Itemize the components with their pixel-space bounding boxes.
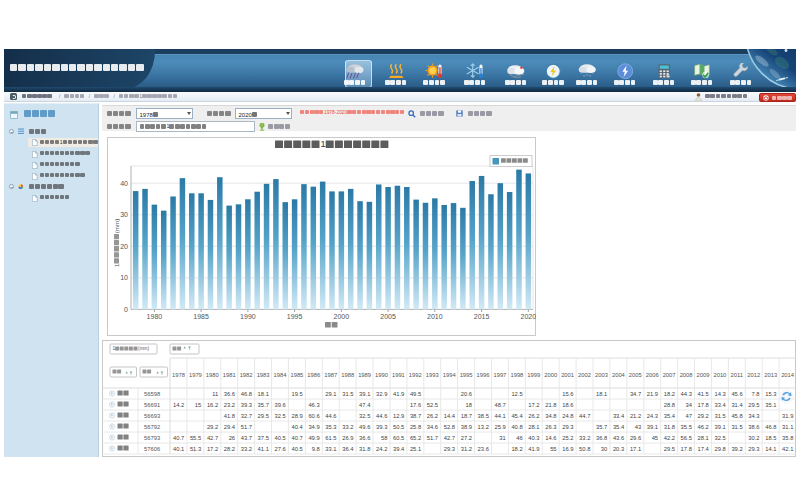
svg-text:2000: 2000 bbox=[334, 313, 350, 320]
svg-text:51.7: 51.7 bbox=[241, 424, 252, 430]
svg-text:29.1: 29.1 bbox=[325, 391, 336, 397]
svg-text:35.3: 35.3 bbox=[325, 424, 336, 430]
svg-text:1994: 1994 bbox=[443, 372, 457, 378]
svg-text:24.8: 24.8 bbox=[562, 413, 573, 419]
svg-text:43: 43 bbox=[635, 424, 641, 430]
svg-text:14.6: 14.6 bbox=[545, 435, 556, 441]
svg-text:42.2: 42.2 bbox=[664, 435, 675, 441]
svg-text:40.3: 40.3 bbox=[528, 435, 539, 441]
svg-text:23.2: 23.2 bbox=[224, 402, 235, 408]
svg-text:1992: 1992 bbox=[409, 372, 422, 378]
svg-text:2001: 2001 bbox=[561, 372, 574, 378]
svg-text:2014: 2014 bbox=[781, 372, 795, 378]
svg-text:1996: 1996 bbox=[477, 372, 490, 378]
svg-text:31.8: 31.8 bbox=[359, 446, 370, 452]
svg-text:49.5: 49.5 bbox=[410, 391, 421, 397]
svg-text:40.4: 40.4 bbox=[292, 424, 304, 430]
svg-text:46: 46 bbox=[516, 435, 522, 441]
svg-text:35.8: 35.8 bbox=[782, 435, 793, 441]
svg-text:23.6: 23.6 bbox=[478, 446, 489, 452]
svg-text:31.9: 31.9 bbox=[782, 413, 793, 419]
svg-text:13.2: 13.2 bbox=[478, 424, 489, 430]
svg-text:39.6: 39.6 bbox=[275, 402, 286, 408]
svg-text:33.4: 33.4 bbox=[715, 402, 727, 408]
svg-text:12.5: 12.5 bbox=[511, 391, 522, 397]
svg-text:1981: 1981 bbox=[223, 372, 236, 378]
svg-text:25.8: 25.8 bbox=[410, 424, 421, 430]
svg-text:29.2: 29.2 bbox=[207, 424, 218, 430]
svg-text:32.5: 32.5 bbox=[715, 435, 726, 441]
svg-text:52.5: 52.5 bbox=[427, 402, 438, 408]
svg-text:33.1: 33.1 bbox=[325, 446, 336, 452]
svg-text:39.2: 39.2 bbox=[731, 446, 742, 452]
svg-text:20: 20 bbox=[120, 243, 128, 250]
svg-text:45.4: 45.4 bbox=[511, 413, 523, 419]
svg-text:31.5: 31.5 bbox=[715, 413, 726, 419]
svg-text:32.5: 32.5 bbox=[359, 413, 370, 419]
svg-text:18.7: 18.7 bbox=[461, 413, 472, 419]
svg-text:1979: 1979 bbox=[189, 372, 202, 378]
svg-text:29.5: 29.5 bbox=[748, 402, 759, 408]
svg-text:42.7: 42.7 bbox=[444, 435, 455, 441]
svg-text:14.1: 14.1 bbox=[765, 446, 776, 452]
svg-text:1982: 1982 bbox=[240, 372, 253, 378]
svg-text:10: 10 bbox=[120, 274, 128, 281]
svg-text:2000: 2000 bbox=[544, 372, 557, 378]
svg-text:29.3: 29.3 bbox=[444, 446, 455, 452]
svg-text:39.3: 39.3 bbox=[241, 402, 252, 408]
svg-text:40.5: 40.5 bbox=[292, 446, 303, 452]
svg-text:42.7: 42.7 bbox=[207, 435, 218, 441]
svg-text:*: * bbox=[583, 74, 585, 79]
svg-text:34.9: 34.9 bbox=[308, 424, 319, 430]
svg-text:1990: 1990 bbox=[240, 313, 256, 320]
svg-text:17.1: 17.1 bbox=[630, 446, 641, 452]
svg-text:35.7: 35.7 bbox=[596, 424, 607, 430]
svg-text:29.2: 29.2 bbox=[698, 413, 709, 419]
svg-text:50.8: 50.8 bbox=[579, 446, 590, 452]
svg-text:32.9: 32.9 bbox=[376, 391, 387, 397]
svg-text:29.3: 29.3 bbox=[562, 424, 573, 430]
svg-text:60.5: 60.5 bbox=[393, 435, 404, 441]
svg-text:60.6: 60.6 bbox=[308, 413, 319, 419]
svg-text:30: 30 bbox=[601, 446, 607, 452]
svg-text:1989: 1989 bbox=[358, 372, 371, 378]
svg-text:20.3: 20.3 bbox=[613, 446, 624, 452]
svg-text:34.7: 34.7 bbox=[630, 391, 641, 397]
svg-text:39.1: 39.1 bbox=[359, 391, 370, 397]
svg-text:2005: 2005 bbox=[629, 372, 642, 378]
svg-text:16.2: 16.2 bbox=[207, 402, 218, 408]
svg-text:1995: 1995 bbox=[287, 313, 303, 320]
svg-text:27.2: 27.2 bbox=[461, 435, 472, 441]
svg-text:40.7: 40.7 bbox=[292, 435, 303, 441]
svg-text:29.6: 29.6 bbox=[630, 435, 641, 441]
svg-text:39.1: 39.1 bbox=[647, 424, 658, 430]
svg-text:1995: 1995 bbox=[460, 372, 473, 378]
svg-text:12.9: 12.9 bbox=[393, 413, 404, 419]
svg-text:1998: 1998 bbox=[510, 372, 523, 378]
svg-text:1980: 1980 bbox=[147, 313, 163, 320]
svg-text:2010: 2010 bbox=[427, 313, 443, 320]
svg-text:33.2: 33.2 bbox=[342, 424, 353, 430]
svg-text:40.5: 40.5 bbox=[275, 435, 286, 441]
svg-text:35.7: 35.7 bbox=[258, 402, 269, 408]
svg-text:2011: 2011 bbox=[731, 372, 743, 378]
svg-text:56.5: 56.5 bbox=[681, 435, 692, 441]
svg-text:33.2: 33.2 bbox=[241, 446, 252, 452]
svg-text:1986: 1986 bbox=[307, 372, 320, 378]
svg-text:2013: 2013 bbox=[764, 372, 777, 378]
svg-text:25.1: 25.1 bbox=[410, 446, 421, 452]
svg-text:36.6: 36.6 bbox=[224, 391, 235, 397]
svg-text:36.4: 36.4 bbox=[342, 446, 354, 452]
svg-text:46.8: 46.8 bbox=[765, 424, 776, 430]
svg-text:2004: 2004 bbox=[612, 372, 626, 378]
svg-text:56693: 56693 bbox=[144, 413, 160, 419]
svg-text:2020: 2020 bbox=[521, 313, 536, 320]
svg-text:17.4: 17.4 bbox=[698, 446, 710, 452]
svg-text:1991: 1991 bbox=[392, 372, 405, 378]
svg-text:49.6: 49.6 bbox=[359, 424, 370, 430]
svg-text:32.5: 32.5 bbox=[275, 413, 286, 419]
svg-text:61.5: 61.5 bbox=[325, 435, 336, 441]
svg-text:44.7: 44.7 bbox=[579, 413, 590, 419]
svg-text:26.2: 26.2 bbox=[528, 413, 539, 419]
svg-text:1985: 1985 bbox=[193, 313, 209, 320]
